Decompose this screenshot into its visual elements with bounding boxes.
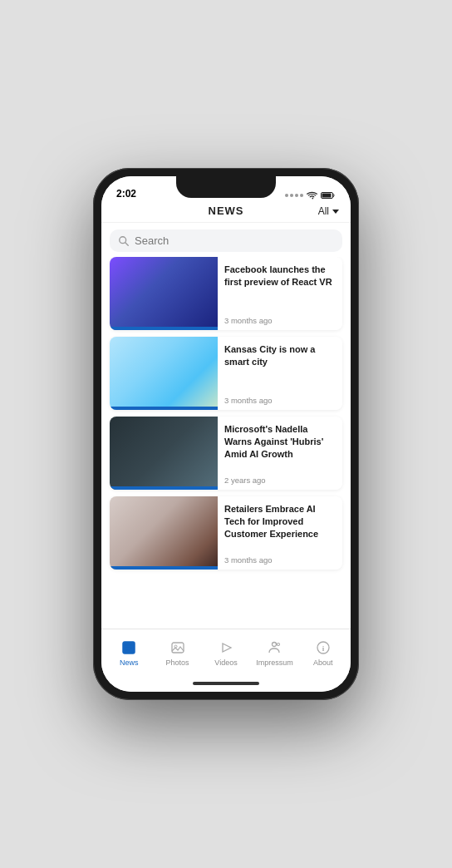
search-bar[interactable] xyxy=(110,229,342,252)
news-thumbnail xyxy=(110,496,218,570)
news-nav-label: News xyxy=(120,658,139,667)
status-icons xyxy=(285,191,336,200)
news-time: 3 months ago xyxy=(224,316,336,325)
news-card[interactable]: Retailers Embrace AI Tech for Improved C… xyxy=(110,496,342,570)
news-title: Microsoft's Nadella Warns Against 'Hubri… xyxy=(224,423,336,461)
news-content: Kansas City is now a smart city 3 months… xyxy=(218,337,342,410)
nav-item-impressum[interactable]: Impressum xyxy=(250,639,298,667)
photos-nav-label: Photos xyxy=(166,658,189,667)
svg-rect-8 xyxy=(172,643,184,653)
nav-item-photos[interactable]: Photos xyxy=(153,639,201,667)
news-thumbnail xyxy=(110,337,218,410)
news-time: 2 years ago xyxy=(224,476,336,485)
svg-rect-1 xyxy=(322,194,332,198)
news-title: Facebook launches the first preview of R… xyxy=(224,264,336,289)
news-time: 3 months ago xyxy=(224,555,336,565)
svg-point-9 xyxy=(174,645,177,648)
svg-point-11 xyxy=(273,642,277,646)
about-nav-icon: i xyxy=(314,639,332,657)
home-indicator xyxy=(101,675,351,692)
phone-frame: 2:02 NEWS xyxy=(93,168,359,700)
svg-marker-10 xyxy=(223,644,231,652)
svg-point-12 xyxy=(278,643,280,645)
nav-item-news[interactable]: News xyxy=(105,639,153,667)
filter-button[interactable]: All xyxy=(318,205,339,217)
nav-item-videos[interactable]: Videos xyxy=(202,639,250,667)
news-card[interactable]: Kansas City is now a smart city 3 months… xyxy=(110,337,342,410)
status-time: 2:02 xyxy=(116,188,136,200)
page-title: NEWS xyxy=(209,205,244,217)
news-title: Retailers Embrace AI Tech for Improved C… xyxy=(224,503,336,540)
impressum-nav-icon xyxy=(265,639,283,657)
signal-icon xyxy=(285,194,303,197)
videos-nav-icon xyxy=(217,639,235,657)
news-content: Microsoft's Nadella Warns Against 'Hubri… xyxy=(218,417,342,490)
impressum-nav-label: Impressum xyxy=(256,658,293,667)
about-nav-label: About xyxy=(313,658,333,667)
top-nav: NEWS All xyxy=(101,201,351,223)
notch xyxy=(176,176,276,198)
svg-line-3 xyxy=(125,242,129,245)
battery-icon xyxy=(321,191,336,200)
phone-screen: 2:02 NEWS xyxy=(101,176,351,692)
news-card[interactable]: Facebook launches the first preview of R… xyxy=(110,257,342,330)
news-content: Retailers Embrace AI Tech for Improved C… xyxy=(218,496,342,570)
chevron-down-icon xyxy=(332,210,339,214)
videos-nav-label: Videos xyxy=(214,658,237,667)
news-title: Kansas City is now a smart city xyxy=(224,343,336,368)
search-icon xyxy=(118,235,130,247)
news-content: Facebook launches the first preview of R… xyxy=(218,257,342,330)
filter-label: All xyxy=(318,205,329,217)
news-thumbnail xyxy=(110,417,218,490)
nav-item-about[interactable]: i About xyxy=(299,639,347,667)
news-card[interactable]: Microsoft's Nadella Warns Against 'Hubri… xyxy=(110,417,342,490)
bottom-nav: News Photos Videos Impressum i About xyxy=(101,629,351,675)
news-nav-icon xyxy=(120,639,138,657)
home-bar xyxy=(193,682,259,685)
wifi-icon xyxy=(307,191,317,200)
search-input[interactable] xyxy=(135,234,334,247)
news-list: Facebook launches the first preview of R… xyxy=(101,257,351,629)
svg-text:i: i xyxy=(322,644,325,653)
photos-nav-icon xyxy=(169,639,187,657)
news-thumbnail xyxy=(110,257,218,330)
news-time: 3 months ago xyxy=(224,396,336,405)
